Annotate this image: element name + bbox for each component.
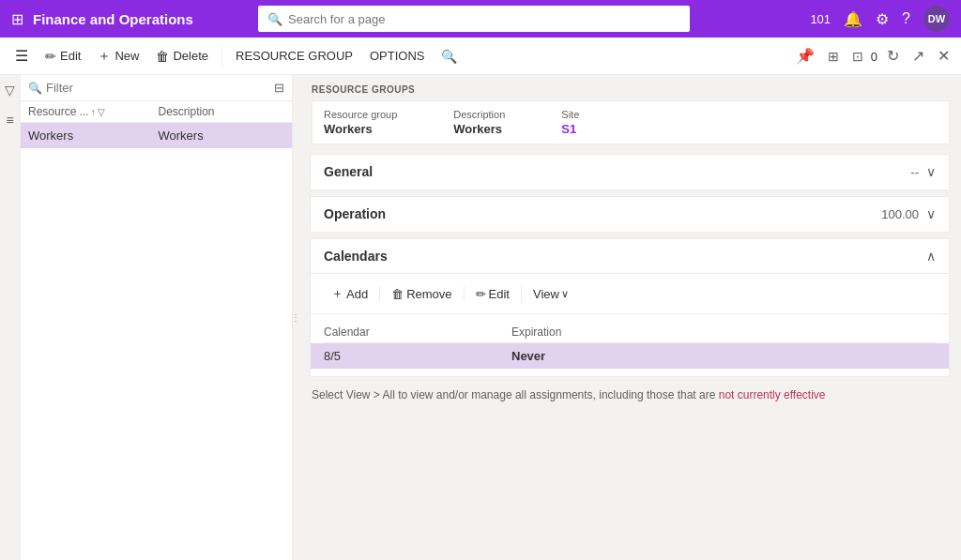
cal-sep-2 bbox=[464, 286, 465, 301]
badge-wrapper[interactable]: ⊡ 0 bbox=[848, 49, 877, 64]
settings-icon[interactable]: ⚙ bbox=[876, 10, 889, 28]
rg-value-site[interactable]: S1 bbox=[561, 122, 576, 136]
filter-col-icon[interactable]: ▽ bbox=[98, 107, 105, 117]
rg-value-resource-group: Workers bbox=[324, 122, 373, 136]
footer-text-before: Select View > All to view and/or manage … bbox=[312, 388, 719, 401]
notification-count: 101 bbox=[810, 12, 831, 26]
cal-view-button[interactable]: View ∨ bbox=[526, 281, 576, 306]
calendars-chevron-icon: ∧ bbox=[926, 249, 936, 264]
sidebar-filter-bar: 🔍 ⊟ bbox=[21, 75, 292, 101]
commandbar: ☰ ✏ Edit ＋ New 🗑 Delete RESOURCE GROUP O… bbox=[0, 38, 961, 75]
general-section: General -- ∨ bbox=[310, 154, 950, 190]
cal-add-button[interactable]: ＋ Add bbox=[324, 281, 375, 306]
operation-section: Operation 100.00 ∨ bbox=[310, 196, 950, 233]
funnel-icon[interactable]: ⊟ bbox=[274, 81, 284, 95]
rg-section-label: RESOURCE GROUPS bbox=[312, 84, 950, 95]
operation-section-title: Operation bbox=[324, 206, 881, 221]
cmd-right-area: 📌 ⊞ ⊡ 0 ↻ ↗ ✕ bbox=[792, 43, 953, 68]
general-section-title: General bbox=[324, 164, 910, 179]
rg-label-resource-group: Resource group bbox=[324, 109, 397, 120]
general-section-header[interactable]: General -- ∨ bbox=[311, 155, 949, 189]
refresh-icon[interactable]: ↻ bbox=[883, 43, 903, 68]
col-resource-header: Resource ... ↑ ▽ bbox=[28, 105, 155, 118]
col-description-header: Description bbox=[159, 105, 285, 118]
sidebar-row[interactable]: Workers Workers bbox=[21, 123, 292, 148]
delete-icon: 🗑 bbox=[156, 49, 169, 64]
open-new-icon[interactable]: ↗ bbox=[908, 43, 928, 68]
far-left-strip: ▽ ≡ bbox=[0, 75, 21, 560]
badge-count: 0 bbox=[871, 50, 877, 64]
options-button[interactable]: OPTIONS bbox=[362, 41, 433, 71]
cal-add-icon: ＋ bbox=[331, 285, 343, 302]
search-cmd-icon: 🔍 bbox=[441, 49, 457, 64]
calendars-section-title: Calendars bbox=[324, 249, 926, 264]
cal-sep-1 bbox=[379, 286, 380, 301]
separator-1 bbox=[221, 47, 222, 66]
sidebar: 🔍 ⊟ Resource ... ↑ ▽ Description Workers… bbox=[21, 75, 293, 560]
main-layout: ▽ ≡ 🔍 ⊟ Resource ... ↑ ▽ Description Wor… bbox=[0, 75, 961, 560]
calendars-section: Calendars ∧ ＋ Add 🗑 Remove ✏ Edit bbox=[310, 238, 950, 377]
filter-icon[interactable]: ▽ bbox=[5, 83, 15, 98]
rg-field-site: Site S1 bbox=[561, 109, 579, 136]
content-area: RESOURCE GROUPS Resource group Workers D… bbox=[298, 75, 961, 560]
sidebar-rows: Workers Workers bbox=[21, 123, 292, 560]
pin-icon[interactable]: 📌 bbox=[792, 43, 818, 68]
bell-icon[interactable]: 🔔 bbox=[844, 10, 862, 28]
edit-button[interactable]: ✏ Edit bbox=[38, 41, 88, 71]
operation-section-meta: 100.00 bbox=[881, 207, 919, 221]
search-box[interactable]: 🔍 bbox=[258, 6, 690, 32]
col-calendar-header: Calendar bbox=[324, 325, 511, 339]
row-resource: Workers bbox=[28, 129, 155, 143]
grid2-icon: ⊡ bbox=[848, 45, 867, 68]
cal-cell-expiration: Never bbox=[511, 349, 936, 363]
row-description: Workers bbox=[159, 129, 285, 143]
hamburger-button[interactable]: ☰ bbox=[8, 41, 36, 71]
close-icon[interactable]: ✕ bbox=[934, 43, 953, 68]
help-icon[interactable]: ? bbox=[902, 10, 910, 27]
app-title: Finance and Operations bbox=[33, 11, 193, 27]
topbar: ⊞ Finance and Operations 🔍 101 🔔 ⚙ ? DW bbox=[0, 0, 961, 38]
operation-chevron-icon: ∨ bbox=[926, 206, 936, 221]
resource-groups-header: RESOURCE GROUPS Resource group Workers D… bbox=[310, 84, 950, 150]
office-icon[interactable]: ⊞ bbox=[824, 45, 843, 68]
filter-search-icon: 🔍 bbox=[28, 82, 42, 95]
rg-label-description: Description bbox=[453, 109, 505, 120]
plus-icon: ＋ bbox=[98, 48, 111, 65]
rg-value-description: Workers bbox=[453, 122, 502, 136]
cal-cell-calendar: 8/5 bbox=[324, 349, 511, 363]
resource-group-button[interactable]: RESOURCE GROUP bbox=[228, 41, 360, 71]
general-section-meta: -- bbox=[910, 165, 919, 179]
search-icon: 🔍 bbox=[267, 12, 282, 26]
new-button[interactable]: ＋ New bbox=[90, 41, 146, 71]
rg-field-resource-group: Resource group Workers bbox=[324, 109, 397, 136]
grid-icon[interactable]: ⊞ bbox=[11, 10, 23, 28]
filter-input[interactable] bbox=[46, 81, 270, 95]
calendars-section-header[interactable]: Calendars ∧ bbox=[311, 239, 949, 274]
rg-fields: Resource group Workers Description Worke… bbox=[312, 100, 950, 144]
search-input[interactable] bbox=[288, 12, 680, 26]
cal-sep-3 bbox=[521, 286, 522, 301]
calendars-toolbar: ＋ Add 🗑 Remove ✏ Edit View ∨ bbox=[311, 274, 949, 314]
footer-text-highlight: not currently effective bbox=[719, 388, 826, 401]
cal-edit-button[interactable]: ✏ Edit bbox=[468, 281, 517, 306]
rg-label-site: Site bbox=[561, 109, 579, 120]
col-expiration-header: Expiration bbox=[511, 325, 936, 339]
content-footer: Select View > All to view and/or manage … bbox=[310, 383, 950, 407]
cal-remove-icon: 🗑 bbox=[391, 287, 404, 301]
calendars-table-area: Calendar Expiration 8/5 Never bbox=[311, 314, 949, 376]
sidebar-col-headers: Resource ... ↑ ▽ Description bbox=[21, 101, 292, 123]
lines-icon[interactable]: ≡ bbox=[6, 113, 13, 128]
cal-edit-icon: ✏ bbox=[476, 287, 486, 301]
operation-section-header[interactable]: Operation 100.00 ∨ bbox=[311, 197, 949, 232]
cal-remove-button[interactable]: 🗑 Remove bbox=[384, 281, 459, 306]
avatar[interactable]: DW bbox=[923, 6, 950, 32]
view-chevron-icon: ∨ bbox=[561, 288, 569, 300]
cal-table-headers: Calendar Expiration bbox=[324, 322, 936, 343]
rg-field-description: Description Workers bbox=[453, 109, 505, 136]
topbar-right: 101 🔔 ⚙ ? DW bbox=[810, 6, 950, 32]
cal-table-row[interactable]: 8/5 Never bbox=[311, 343, 949, 369]
general-chevron-icon: ∨ bbox=[926, 164, 936, 179]
search-command-button[interactable]: 🔍 bbox=[434, 41, 465, 71]
sort-asc-icon[interactable]: ↑ bbox=[91, 107, 96, 117]
delete-button[interactable]: 🗑 Delete bbox=[148, 41, 216, 71]
